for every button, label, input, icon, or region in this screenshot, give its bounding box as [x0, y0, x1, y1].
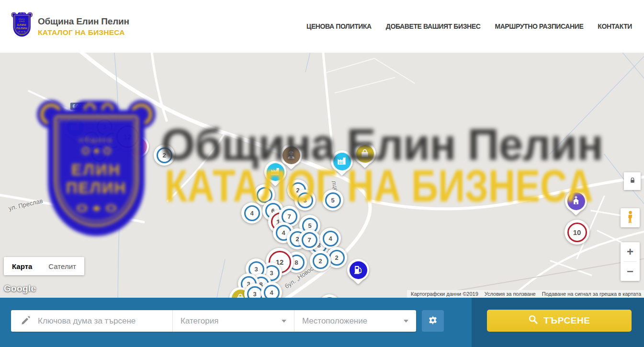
category-pin-fuel[interactable] — [347, 259, 369, 288]
main-nav: ЦЕНОВА ПОЛИТИКА ДОБАВЕТЕ ВАШИЯТ БИЗНЕС М… — [306, 22, 632, 30]
advanced-settings-button[interactable] — [422, 310, 444, 332]
nav-item-add-business[interactable]: ДОБАВЕТЕ ВАШИЯТ БИЗНЕС — [386, 22, 481, 30]
chevron-down-icon — [404, 320, 408, 323]
map-type-satellite-button[interactable]: Сателит — [40, 257, 84, 275]
crest-word-pelin: ПЕЛИН — [12, 27, 32, 30]
pencil-icon — [21, 315, 31, 327]
category-pin-factory[interactable] — [331, 150, 353, 179]
map-canvas[interactable]: 6002105 ул. Преславбул. „Новоселци“лци“ … — [0, 53, 644, 298]
brand-logo[interactable]: община ЕЛИН ПЕЛИН Община Елин Пелин КАТА… — [12, 12, 129, 40]
cluster-marker[interactable]: 2 — [154, 145, 175, 166]
location-dropdown[interactable]: Местоположение — [294, 310, 416, 332]
zoom-in-button[interactable]: + — [621, 242, 640, 261]
search-panel: Категория Местоположение ТЪРСЕНЕ — [0, 298, 644, 347]
site-title: Община Елин Пелин — [38, 16, 129, 27]
category-pin-church[interactable] — [565, 190, 587, 219]
category-dropdown-label: Категория — [181, 316, 218, 326]
zoom-out-button[interactable]: − — [621, 262, 640, 281]
cluster-marker[interactable]: 5 — [319, 294, 340, 298]
nav-item-route-schedule[interactable]: МАРШРУТНО РАЗПИСАНИЕ — [495, 22, 583, 30]
pegman-icon — [626, 210, 634, 226]
cluster-marker[interactable]: 4 — [241, 202, 262, 224]
lock-icon — [629, 177, 636, 186]
nav-item-contacts[interactable]: КОНТАКТИ — [598, 22, 632, 30]
cluster-marker[interactable]: 2 — [310, 250, 331, 271]
map-copyright: Картографски данни ©2019 — [411, 291, 478, 297]
street-view-pegman-button[interactable] — [621, 208, 640, 227]
map-type-control: Карта Сателит — [4, 257, 84, 275]
search-button[interactable]: ТЪРСЕНЕ — [487, 310, 632, 332]
gear-icon — [428, 315, 438, 327]
cluster-marker[interactable] — [89, 143, 110, 164]
search-button-label: ТЪРСЕНЕ — [543, 315, 590, 326]
chevron-down-icon — [282, 320, 286, 323]
cluster-marker[interactable]: 4 — [320, 228, 341, 249]
keyword-section — [11, 310, 172, 332]
category-pin-bag[interactable] — [354, 143, 376, 171]
location-dropdown-label: Местоположение — [302, 316, 367, 326]
map-attribution-link[interactable]: Подаване на сигнал за грешка в картата — [542, 291, 641, 297]
zoom-control: + − — [621, 242, 640, 281]
cluster-marker[interactable]: 5 — [322, 190, 343, 211]
cluster-marker[interactable]: 7 — [299, 229, 320, 250]
crest-word-obshtina: община — [12, 19, 32, 20]
map-attribution: Картографски данни ©2019Условия за ползв… — [407, 290, 644, 298]
crest-word-elin: ЕЛИН — [12, 23, 32, 26]
map-type-map-button[interactable]: Карта — [4, 257, 40, 275]
header: община ЕЛИН ПЕЛИН Община Елин Пелин КАТА… — [0, 0, 644, 53]
category-dropdown[interactable]: Категория — [172, 310, 294, 332]
google-logo[interactable]: Google — [4, 283, 36, 294]
map-attribution-link[interactable]: Условия за ползване — [485, 291, 536, 297]
scale-lock-button[interactable] — [624, 172, 641, 190]
site-subtitle: КАТАЛОГ НА БИЗНЕСА — [38, 28, 129, 37]
nav-item-pricing[interactable]: ЦЕНОВА ПОЛИТИКА — [306, 22, 372, 30]
cluster-marker[interactable]: 4 — [261, 282, 282, 298]
search-bar: Категория Местоположение — [11, 310, 416, 332]
search-icon — [528, 314, 538, 327]
map-markers: 3251222354615754287422812338334510 — [0, 53, 644, 298]
cluster-marker[interactable]: 12 — [113, 123, 141, 150]
cluster-marker[interactable]: 3 — [294, 190, 316, 211]
keyword-search-input[interactable] — [37, 316, 172, 326]
cluster-marker[interactable]: 10 — [565, 220, 589, 245]
municipality-crest-icon: община ЕЛИН ПЕЛИН — [12, 12, 32, 40]
